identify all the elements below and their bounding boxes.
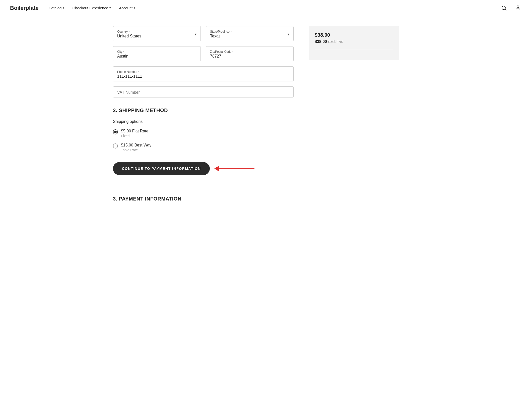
phone-label: Phone Number * xyxy=(117,70,289,74)
nav-catalog-label: Catalog xyxy=(49,6,62,10)
svg-point-2 xyxy=(517,6,519,8)
vat-group xyxy=(113,86,294,97)
shipping-option-best-way[interactable]: $15.00 Best Way Table Rate xyxy=(113,143,294,152)
nav-account-label: Account xyxy=(119,6,132,10)
city-field[interactable]: City * Austin xyxy=(113,46,201,61)
price-main: $38.00 xyxy=(315,32,393,38)
nav-menu: Catalog ▾ Checkout Experience ▾ Account … xyxy=(49,6,500,10)
payment-divider xyxy=(113,188,294,188)
arrow-body xyxy=(219,168,254,169)
country-label: Country * xyxy=(117,30,141,33)
nav-account-chevron: ▾ xyxy=(134,6,135,10)
continue-button[interactable]: CONTINUE TO PAYMENT INFORMATION xyxy=(113,162,210,175)
state-value: Texas xyxy=(210,34,232,38)
arrow-indicator xyxy=(215,166,254,172)
shipping-heading: 2. SHIPPING METHOD xyxy=(113,108,294,113)
state-select[interactable]: State/Province * Texas ▾ xyxy=(206,26,294,41)
arrow-head-icon xyxy=(214,166,219,172)
flat-rate-sub: Fixed xyxy=(121,134,148,138)
sidebar-divider xyxy=(315,49,393,49)
payment-section: 3. PAYMENT INFORMATION xyxy=(113,196,294,202)
phone-field[interactable]: Phone Number * 111-111-1111 xyxy=(113,66,294,81)
country-state-row: Country * United States ▾ State/Province… xyxy=(113,26,294,41)
search-button[interactable] xyxy=(500,4,508,12)
navbar-icons xyxy=(500,4,522,12)
nav-checkout-label: Checkout Experience xyxy=(72,6,108,10)
radio-flat-rate-wrapper xyxy=(113,129,118,134)
account-button[interactable] xyxy=(514,4,522,12)
nav-account[interactable]: Account ▾ xyxy=(119,6,135,10)
best-way-text: $15.00 Best Way Table Rate xyxy=(121,143,151,152)
zip-group: Zip/Postal Code * 78727 xyxy=(206,46,294,61)
country-value: United States xyxy=(117,34,141,38)
continue-btn-wrap: CONTINUE TO PAYMENT INFORMATION xyxy=(113,162,294,175)
price-excl-amount: $38.00 xyxy=(315,39,327,44)
vat-input[interactable] xyxy=(113,86,294,97)
state-group: State/Province * Texas ▾ xyxy=(206,26,294,41)
state-label: State/Province * xyxy=(210,30,232,33)
best-way-name: $15.00 Best Way xyxy=(121,143,151,147)
phone-value: 111-111-1111 xyxy=(117,74,289,79)
search-icon xyxy=(501,5,507,11)
nav-catalog[interactable]: Catalog ▾ xyxy=(49,6,64,10)
navbar: Boilerplate Catalog ▾ Checkout Experienc… xyxy=(0,0,532,16)
svg-point-0 xyxy=(502,6,505,10)
city-group: City * Austin xyxy=(113,46,201,61)
city-zip-row: City * Austin Zip/Postal Code * 78727 xyxy=(113,46,294,61)
city-label: City * xyxy=(117,50,196,54)
flat-rate-name: $5.00 Flat Rate xyxy=(121,129,148,133)
city-value: Austin xyxy=(117,54,196,59)
radio-best-way[interactable] xyxy=(113,143,118,148)
shipping-section: 2. SHIPPING METHOD Shipping options $5.0… xyxy=(113,108,294,152)
state-chevron-icon: ▾ xyxy=(288,32,289,36)
zip-label: Zip/Postal Code * xyxy=(210,50,289,54)
country-group: Country * United States ▾ xyxy=(113,26,201,41)
nav-checkout-chevron: ▾ xyxy=(109,6,111,10)
brand-logo[interactable]: Boilerplate xyxy=(10,5,39,11)
radio-flat-rate[interactable] xyxy=(113,129,118,134)
zip-field[interactable]: Zip/Postal Code * 78727 xyxy=(206,46,294,61)
svg-line-1 xyxy=(505,9,506,10)
country-chevron-icon: ▾ xyxy=(195,32,196,36)
main-content: Country * United States ▾ State/Province… xyxy=(113,26,294,212)
zip-value: 78727 xyxy=(210,54,289,59)
phone-group: Phone Number * 111-111-1111 xyxy=(113,66,294,81)
price-excl-label: excl. tax xyxy=(328,39,343,44)
price-excl: $38.00 excl. tax xyxy=(315,39,393,44)
flat-rate-text: $5.00 Flat Rate Fixed xyxy=(121,129,148,138)
radio-best-way-wrapper xyxy=(113,143,118,148)
sidebar: $38.00 $38.00 excl. tax xyxy=(309,26,399,212)
shipping-options-label: Shipping options xyxy=(113,119,294,124)
best-way-sub: Table Rate xyxy=(121,148,151,152)
payment-heading: 3. PAYMENT INFORMATION xyxy=(113,196,294,202)
nav-checkout-experience[interactable]: Checkout Experience ▾ xyxy=(72,6,111,10)
country-select[interactable]: Country * United States ▾ xyxy=(113,26,201,41)
shipping-option-flat-rate[interactable]: $5.00 Flat Rate Fixed xyxy=(113,129,294,138)
sidebar-card: $38.00 $38.00 excl. tax xyxy=(309,26,399,60)
user-icon xyxy=(515,5,521,11)
page-layout: Country * United States ▾ State/Province… xyxy=(108,16,424,222)
nav-catalog-chevron: ▾ xyxy=(63,6,64,10)
